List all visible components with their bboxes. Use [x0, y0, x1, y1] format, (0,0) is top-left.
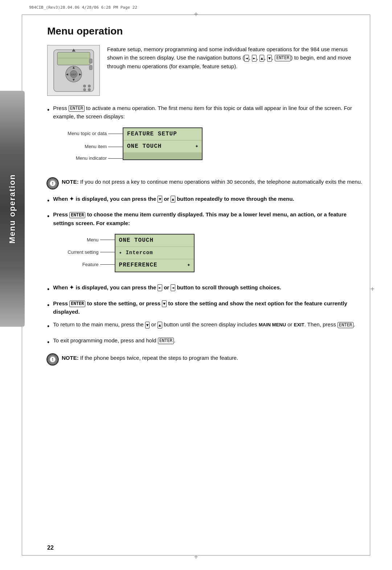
sidebar-label: Menu operation [8, 174, 17, 244]
bullet-dot-6: • [47, 322, 49, 332]
label-current-text: Current setting [68, 249, 98, 256]
lcd-row-3 [123, 153, 202, 159]
note-text-2: NOTE: If the phone beeps twice, repeat t… [62, 354, 238, 362]
lcd-row-1: FEATURE SETUP [123, 128, 202, 141]
nav-up-4: ▲ [158, 322, 162, 329]
svg-point-20 [49, 355, 57, 364]
svg-text:ENT: ENT [71, 73, 77, 76]
crosshair-right-mid: + [370, 285, 375, 293]
note-icon-2: ! [47, 354, 58, 365]
lcd-row-s2-2: ✦ Intercom [115, 247, 194, 259]
lcd-row-s2-3: PREFERENCE ✦ [115, 259, 194, 272]
nav-right-3: ► [158, 284, 162, 291]
bullet-dot-2: • [47, 196, 49, 206]
label-row-current: Current setting [68, 246, 114, 258]
crosshair-top-center: + [194, 10, 198, 19]
bullet-text-return: To return to the main menu, press the ▼ … [53, 320, 355, 332]
bullet-item-when2: • When ✦ is displayed, you can press the… [47, 283, 363, 295]
nav-right-key: ► [252, 55, 257, 62]
sidebar: Menu operation [0, 91, 25, 327]
intro-section: ▲ ▼ ◄ ► ENT Feature setup, memory progra [47, 45, 363, 96]
lcd-screen-1: FEATURE SETUP ONE TOUCH ✦ [123, 127, 203, 160]
screen-diagram-2: Menu Current setting Feature [68, 234, 363, 272]
nav-down-key: ▼ [267, 55, 272, 62]
note-label-1: NOTE: [62, 179, 79, 185]
nav-down-3: ▼ [162, 300, 167, 307]
label-row-topic: Menu topic or data [68, 127, 123, 141]
bullet-item-enter2: • Press ENTER to choose the menu item cu… [47, 210, 363, 279]
phone-image: ▲ ▼ ◄ ► ENT [47, 45, 100, 96]
bullet-list: • Press ENTER to activate a menu operati… [47, 104, 363, 172]
label-line-item [108, 147, 123, 147]
bullet-dot-5: • [47, 301, 49, 316]
svg-point-18 [49, 180, 56, 186]
svg-point-15 [88, 88, 91, 91]
note-circle-icon: ! [48, 178, 57, 189]
svg-text:!: ! [52, 357, 53, 362]
label-indicator-text: Menu indicator [76, 155, 107, 162]
label-menu-text: Menu [87, 236, 99, 244]
bullet-text-enter2: Press ENTER to choose the menu item curr… [53, 210, 363, 279]
label-line-feature [100, 264, 115, 265]
menu-indicator-2: ✦ [187, 261, 191, 270]
bullet-text-1: Press ENTER to activate a menu operation… [53, 104, 363, 172]
header-file-info: 984CIB_(Rev3)28.04.06 4/28/06 6:28 PM Pa… [29, 5, 137, 10]
note-icon-1: ! [47, 178, 58, 189]
svg-text:▲: ▲ [72, 65, 75, 69]
label-row-menu: Menu [68, 234, 114, 246]
lcd-screen-2: ONE TOUCH ✦ Intercom PREFERENCE ✦ [115, 234, 195, 272]
svg-point-14 [83, 88, 86, 91]
nav-up-key: ▲ [260, 55, 264, 62]
bullet-dot-3: • [47, 212, 49, 279]
label-row-feature: Feature [68, 258, 114, 271]
bullet-item-enter3: • Press ENTER to store the setting, or p… [47, 299, 363, 316]
bullet-item-return: • To return to the main menu, press the … [47, 320, 363, 332]
label-row-item: Menu item [68, 141, 123, 154]
nav-left-3: ◄ [171, 284, 175, 291]
page-number: 22 [47, 545, 54, 551]
svg-text:◄: ◄ [65, 72, 69, 76]
label-line-topic [108, 134, 123, 134]
note-content-1: If you do not press a key to continue me… [79, 179, 362, 185]
nav-down-4: ▼ [145, 322, 150, 329]
nav-left-key: ◄ [244, 55, 249, 62]
lcd-row-s2-1: ONE TOUCH [115, 235, 194, 247]
svg-point-17 [49, 179, 57, 187]
phone-icon: ▲ ▼ ◄ ► ENT [50, 48, 97, 93]
note-box-1: ! NOTE: If you do not press a key to con… [47, 178, 363, 189]
label-line-indicator [108, 158, 123, 159]
lcd-text-onetouch: ONE TOUCH [127, 142, 162, 151]
crosshair-bottom-center: + [194, 553, 198, 561]
note-text-1: NOTE: If you do not press a key to conti… [62, 178, 362, 186]
bullet-dot-7: • [47, 338, 49, 348]
intro-text: Feature setup, memory programming and so… [107, 45, 363, 70]
bullet-dot-4: • [47, 285, 49, 295]
label-line-current [100, 252, 115, 252]
lcd-s2-text3: PREFERENCE [119, 261, 158, 270]
lcd-s2-text2: ✦ Intercom [119, 249, 153, 257]
enter-key-2: ENTER [69, 212, 85, 219]
bullet-text-when2: When ✦ is displayed, you can press the ►… [53, 283, 281, 295]
bullet-item-when1: • When ✦ is displayed, you can press the… [47, 195, 363, 206]
note-content-2: If the phone beeps twice, repeat the ste… [79, 355, 238, 361]
nav-up-2: ▲ [171, 196, 175, 203]
svg-point-21 [49, 356, 56, 362]
bullet-list-2: • When ✦ is displayed, you can press the… [47, 195, 363, 348]
lcd-row-2: ONE TOUCH ✦ [123, 141, 202, 153]
screen-labels-1: Menu topic or data Menu item Menu indica… [68, 127, 123, 165]
label-feature-text: Feature [82, 261, 99, 268]
svg-text:►: ► [78, 72, 82, 76]
svg-text:!: ! [52, 181, 53, 186]
svg-point-12 [83, 85, 86, 87]
note-circle-icon-2: ! [48, 354, 57, 365]
svg-point-13 [88, 85, 91, 87]
enter-key-3: ENTER [69, 301, 85, 307]
lcd-s2-text1: ONE TOUCH [119, 236, 154, 245]
label-item-text: Menu item [85, 143, 107, 150]
svg-rect-1 [57, 52, 90, 65]
screen-diagram-1: Menu topic or data Menu item Menu indica… [68, 127, 363, 165]
bullet-item-1: • Press ENTER to activate a menu operati… [47, 104, 363, 172]
bullet-text-when1: When ✦ is displayed, you can press the ▼… [53, 195, 294, 206]
bullet-text-exit: To exit programming mode, press and hold… [53, 336, 175, 348]
bullet-dot-1: • [47, 105, 49, 172]
